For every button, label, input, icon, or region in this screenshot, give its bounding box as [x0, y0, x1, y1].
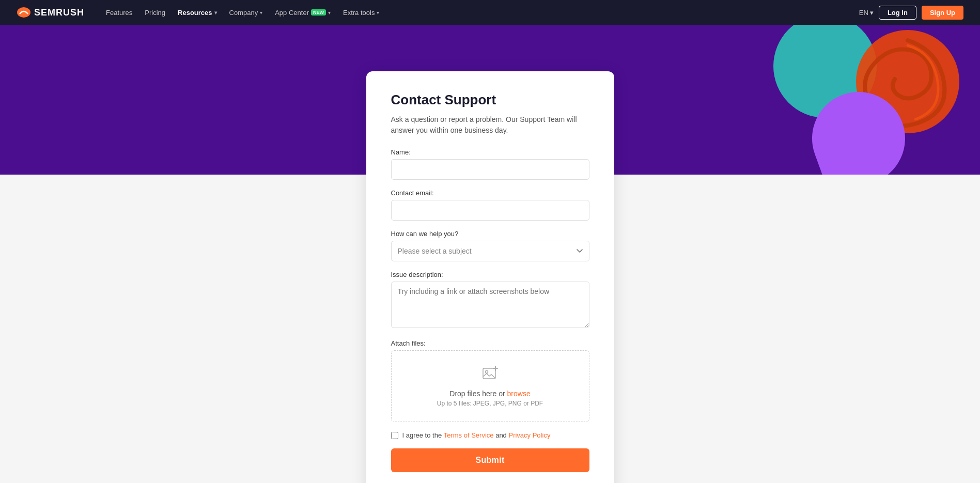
email-label: Contact email:: [391, 189, 589, 197]
add-image-icon: [402, 365, 579, 385]
svg-rect-2: [483, 368, 495, 379]
resources-chevron-icon: ▾: [214, 10, 217, 15]
name-group: Name:: [391, 148, 589, 180]
login-button[interactable]: Log In: [879, 6, 916, 20]
signup-button[interactable]: Sign Up: [922, 6, 963, 20]
lang-chevron-icon: ▾: [870, 9, 874, 17]
terms-row: I agree to the Terms of Service and Priv…: [391, 431, 589, 439]
file-drop-zone[interactable]: Drop files here or browse Up to 5 files:…: [391, 350, 589, 422]
name-label: Name:: [391, 148, 589, 156]
brand: SEMRUSH: [17, 7, 84, 18]
submit-button[interactable]: Submit: [391, 448, 589, 472]
language-selector[interactable]: EN ▾: [859, 9, 874, 17]
nav-app-center[interactable]: App Center NEW ▾: [270, 7, 336, 19]
terms-checkbox[interactable]: [391, 432, 398, 439]
contact-card: Contact Support Ask a question or report…: [366, 71, 614, 483]
form-description: Ask a question or report a problem. Our …: [391, 114, 589, 136]
description-textarea[interactable]: [391, 282, 589, 328]
file-drop-text: Drop files here or browse: [402, 389, 579, 398]
nav-features[interactable]: Features: [101, 7, 137, 19]
form-title: Contact Support: [391, 92, 589, 108]
nav-resources[interactable]: Resources ▾: [173, 7, 222, 19]
name-input[interactable]: [391, 159, 589, 180]
svg-point-3: [485, 371, 488, 373]
terms-text: I agree to the Terms of Service and Priv…: [402, 431, 551, 439]
nav-pricing[interactable]: Pricing: [139, 7, 170, 19]
navbar: SEMRUSH Features Pricing Resources ▾ Com…: [0, 0, 980, 25]
subject-select[interactable]: Please select a subject Billing Technica…: [391, 241, 589, 261]
nav-company[interactable]: Company ▾: [224, 7, 268, 19]
contact-form: Name: Contact email: How can we help you…: [391, 148, 589, 472]
description-group: Issue description:: [391, 271, 589, 330]
attach-group: Attach files: Drop files here or browse: [391, 339, 589, 422]
semrush-logo-icon: [17, 7, 31, 18]
attach-label: Attach files:: [391, 339, 589, 347]
description-label: Issue description:: [391, 271, 589, 278]
new-badge: NEW: [311, 9, 326, 15]
nav-links: Features Pricing Resources ▾ Company ▾ A…: [101, 7, 859, 19]
help-label: How can we help you?: [391, 230, 589, 238]
logo-text: SEMRUSH: [34, 7, 84, 18]
semrush-logo[interactable]: SEMRUSH: [17, 7, 84, 18]
browse-link[interactable]: browse: [507, 389, 531, 398]
app-center-chevron-icon: ▾: [328, 10, 331, 15]
subject-group: How can we help you? Please select a sub…: [391, 230, 589, 261]
email-group: Contact email:: [391, 189, 589, 221]
nav-right: EN ▾ Log In Sign Up: [859, 6, 963, 20]
nav-extra-tools[interactable]: Extra tools ▾: [338, 7, 384, 19]
email-input[interactable]: [391, 200, 589, 221]
extra-tools-chevron-icon: ▾: [377, 10, 379, 15]
privacy-policy-link[interactable]: Privacy Policy: [508, 431, 550, 439]
file-hint: Up to 5 files: JPEG, JPG, PNG or PDF: [402, 400, 579, 407]
terms-of-service-link[interactable]: Terms of Service: [444, 431, 494, 439]
page-content: Contact Support Ask a question or report…: [0, 175, 980, 483]
company-chevron-icon: ▾: [260, 10, 262, 15]
svg-point-0: [17, 7, 30, 18]
